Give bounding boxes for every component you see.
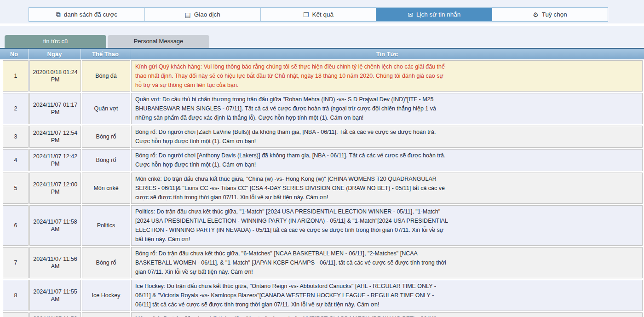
table-row: 1 2020/10/18 01:24PM Bóng đá Kính gửi Qu… xyxy=(3,60,643,92)
envelope-icon: ✉ xyxy=(408,11,413,18)
row-message-cell: Bóng rổ: Do người chơi [Zach LaVine (Bul… xyxy=(131,126,643,148)
row-sport-cell: Politics xyxy=(82,205,130,246)
column-header-no: No xyxy=(0,49,29,59)
top-nav-tab-label: Tuỳ chọn xyxy=(542,11,567,18)
row-date-cell: 2024/11/07 12:42PM xyxy=(29,149,81,171)
top-nav-tab-2[interactable]: ❐ Kết quả xyxy=(261,8,377,21)
table-row: 2 2024/11/07 01:17PM Quần vợt Quần vợt: … xyxy=(3,93,643,124)
row-sport-cell: Quần vợt xyxy=(82,93,130,124)
message-subtabs: tin tức cũ Personal Message xyxy=(5,35,644,48)
row-number-cell: 3 xyxy=(3,126,29,148)
row-message-cell: Ice Hockey: Do trận đấu chưa kết thúc gi… xyxy=(131,280,643,311)
top-nav-tab-label: Giao dịch xyxy=(194,11,220,18)
row-sport-cell: Bóng rổ xyxy=(82,126,130,148)
row-number-cell: 1 xyxy=(3,60,29,92)
table-row: 8 2024/11/07 11:55AM Ice Hockey Ice Hock… xyxy=(3,280,643,311)
table-row: 6 2024/11/07 11:58AM Politics Politics: … xyxy=(3,205,643,246)
row-date-cell: 2020/10/18 01:24PM xyxy=(29,60,81,92)
table-row: 3 2024/11/07 12:54PM Bóng rổ Bóng rổ: Do… xyxy=(3,126,643,148)
top-nav-tab-label: danh sách đã cược xyxy=(64,11,117,18)
results-windows-icon: ❐ xyxy=(303,11,309,18)
row-message-cell: Kính gửi Quý khách hàng: Vui lòng thông … xyxy=(131,60,643,92)
table-row: 2024/11/07 11:52 Môn crikê: Do trận đấu … xyxy=(3,312,643,317)
copy-pages-icon: ⧉ xyxy=(56,11,61,18)
row-sport-cell: Bóng rổ xyxy=(82,149,130,171)
table-row: 5 2024/11/07 12:00PM Môn crikê Môn crikê… xyxy=(3,173,643,204)
row-date-cell: 2024/11/07 11:55AM xyxy=(29,280,81,311)
table-row: 4 2024/11/07 12:42PM Bóng rổ Bóng rổ: Do… xyxy=(3,149,643,171)
row-date-cell: 2024/11/07 11:58AM xyxy=(29,205,81,246)
transactions-list-icon: ▤ xyxy=(185,11,191,18)
subtab-label: Personal Message xyxy=(134,38,184,45)
row-number-cell: 7 xyxy=(3,247,29,278)
top-nav-tab-3[interactable]: ✉ Lịch sử tin nhắn xyxy=(376,8,492,21)
subtab-label: tin tức cũ xyxy=(43,38,68,45)
row-date-cell: 2024/11/07 11:52 xyxy=(29,312,81,317)
row-sport-cell: Môn crikê xyxy=(82,173,130,204)
top-nav: ⧉ danh sách đã cược ▤ Giao dịch ❐ Kết qu… xyxy=(29,7,608,22)
table-header: No Ngày Thể Thao Tin Tức xyxy=(0,48,644,59)
row-sport-cell: Bóng rổ xyxy=(82,247,130,278)
gear-icon: ⚙ xyxy=(533,11,539,18)
column-header-date: Ngày xyxy=(29,49,81,59)
row-message-cell: Môn crikê: Do trận đấu chưa kết thúc giữ… xyxy=(131,173,643,204)
column-header-sport: Thể Thao xyxy=(81,49,130,59)
row-message-cell: Politics: Do trận đấu chưa kết thúc giữa… xyxy=(131,205,643,246)
top-nav-tab-label: Lịch sử tin nhắn xyxy=(416,11,460,18)
row-message-cell: Môn crikê: Do trận đấu chưa kết thúc giữ… xyxy=(131,312,643,317)
table-row: 7 2024/11/07 11:56AM Bóng rổ Bóng rổ: Do… xyxy=(3,247,643,278)
row-message-cell: Bóng rổ: Do trận đấu chưa kết thúc giữa,… xyxy=(131,247,643,278)
top-nav-tab-4[interactable]: ⚙ Tuỳ chọn xyxy=(492,8,608,21)
column-header-news: Tin Tức xyxy=(130,51,644,58)
row-message-cell: Quần vợt: Do cầu thủ bị chấn thương tron… xyxy=(131,93,643,124)
message-table-body: 1 2020/10/18 01:24PM Bóng đá Kính gửi Qu… xyxy=(3,60,643,317)
row-date-cell: 2024/11/07 11:56AM xyxy=(29,247,81,278)
message-table: 1 2020/10/18 01:24PM Bóng đá Kính gửi Qu… xyxy=(0,59,644,317)
top-nav-tab-1[interactable]: ▤ Giao dịch xyxy=(145,8,261,21)
row-number-cell: 2 xyxy=(3,93,29,124)
row-sport-cell xyxy=(82,312,130,317)
row-number-cell: 8 xyxy=(3,280,29,311)
row-date-cell: 2024/11/07 12:54PM xyxy=(29,126,81,148)
row-number-cell: 5 xyxy=(3,173,29,204)
row-number-cell: 6 xyxy=(3,205,29,246)
row-sport-cell: Ice Hockey xyxy=(82,280,130,311)
row-date-cell: 2024/11/07 01:17PM xyxy=(29,93,81,124)
top-nav-tab-label: Kết quả xyxy=(312,11,334,18)
top-nav-tab-0[interactable]: ⧉ danh sách đã cược xyxy=(29,8,145,21)
row-number-cell: 4 xyxy=(3,149,29,171)
subtab-1[interactable]: Personal Message xyxy=(108,35,209,48)
subtab-0[interactable]: tin tức cũ xyxy=(5,35,106,48)
divider xyxy=(0,23,644,26)
row-date-cell: 2024/11/07 12:00PM xyxy=(29,173,81,204)
row-message-cell: Bóng rổ: Do người chơi [Anthony Davis (L… xyxy=(131,149,643,171)
row-number-cell xyxy=(3,312,29,317)
row-sport-cell: Bóng đá xyxy=(82,60,130,92)
